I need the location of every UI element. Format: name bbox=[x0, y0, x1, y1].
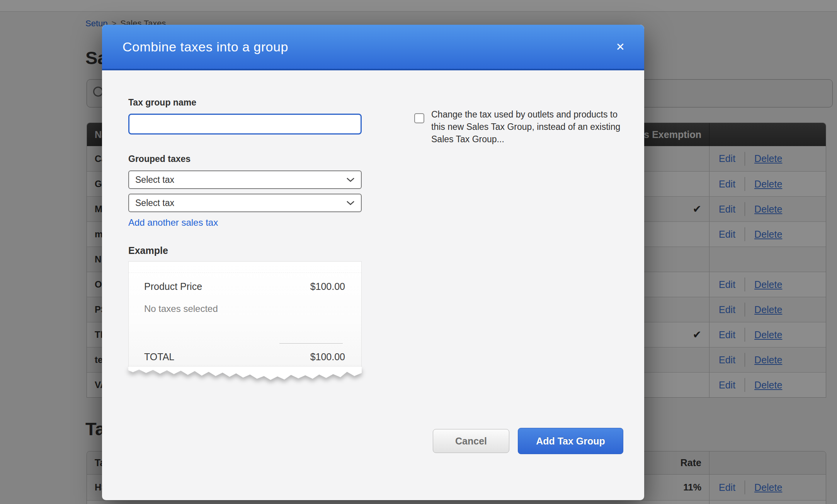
tax-group-name-label: Tax group name bbox=[128, 97, 196, 108]
close-icon[interactable]: ✕ bbox=[612, 25, 629, 69]
combine-taxes-modal: Combine taxes into a group ✕ Tax group n… bbox=[102, 25, 644, 500]
chevron-down-icon bbox=[346, 201, 355, 206]
modal-title: Combine taxes into a group bbox=[122, 25, 288, 69]
chevron-down-icon bbox=[346, 177, 355, 182]
change-tax-checkbox-label: Change the tax used by outlets and produ… bbox=[431, 108, 625, 145]
add-another-sales-tax-link[interactable]: Add another sales tax bbox=[128, 217, 218, 228]
add-tax-group-button[interactable]: Add Tax Group bbox=[518, 428, 623, 454]
select-tax-value: Select tax bbox=[135, 198, 174, 208]
receipt-torn-edge bbox=[128, 367, 362, 385]
no-taxes-selected-text: No taxes selected bbox=[144, 303, 218, 314]
total-value: $100.00 bbox=[310, 351, 345, 363]
example-receipt: Product Price $100.00 No taxes selected … bbox=[128, 261, 362, 368]
grouped-taxes-label: Grouped taxes bbox=[128, 154, 191, 164]
select-tax-dropdown-2[interactable]: Select tax bbox=[128, 194, 362, 212]
product-price-value: $100.00 bbox=[310, 281, 345, 292]
receipt-divider bbox=[279, 343, 343, 344]
tax-group-name-input[interactable] bbox=[128, 114, 362, 135]
cancel-button[interactable]: Cancel bbox=[433, 429, 509, 453]
total-label: TOTAL bbox=[144, 351, 174, 363]
select-tax-value: Select tax bbox=[135, 175, 174, 185]
example-label: Example bbox=[128, 245, 168, 256]
product-price-label: Product Price bbox=[144, 281, 202, 292]
change-tax-checkbox[interactable] bbox=[414, 113, 424, 123]
screen: Setup>Sales Taxes Sales Taxes Name Has E… bbox=[0, 0, 837, 504]
modal-header: Combine taxes into a group ✕ bbox=[102, 25, 644, 70]
select-tax-dropdown-1[interactable]: Select tax bbox=[128, 170, 362, 189]
